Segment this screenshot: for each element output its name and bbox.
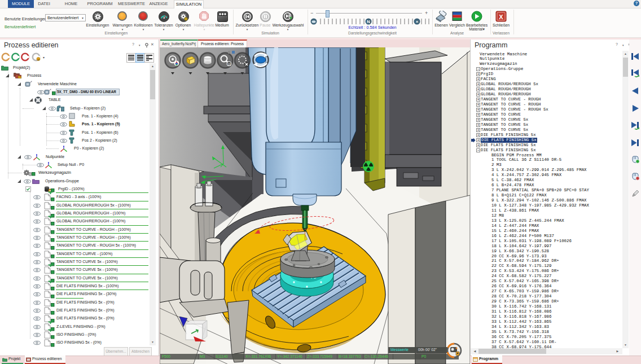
svg-text:N: N xyxy=(367,19,370,24)
svg-text:×: × xyxy=(416,19,419,24)
svg-text:10: 10 xyxy=(227,63,231,66)
svg-text:X: X xyxy=(499,14,503,20)
